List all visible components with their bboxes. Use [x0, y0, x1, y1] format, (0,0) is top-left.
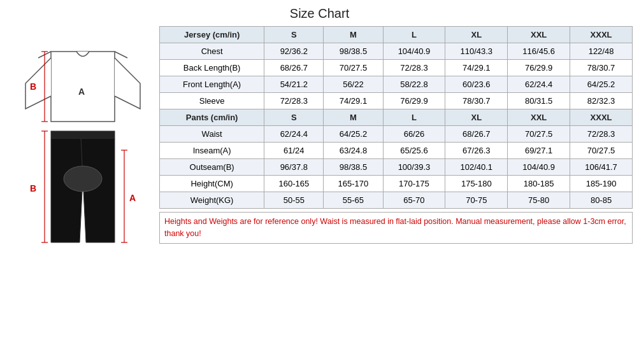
row-label: Weight(KG)	[160, 192, 264, 209]
row-label: Waist	[160, 126, 264, 143]
row-label: Front Length(A)	[160, 76, 264, 93]
row-label: Height(CM)	[160, 176, 264, 192]
diagram-svg: B A B A	[16, 26, 150, 306]
jersey-col-xl: XL	[445, 27, 508, 43]
table-row: Weight(KG) 50-55 55-65 65-70 70-75 75-80…	[160, 192, 633, 209]
svg-text:A: A	[129, 193, 136, 203]
svg-rect-8	[51, 131, 115, 139]
jersey-col-l: L	[383, 27, 445, 43]
row-label: Back Length(B)	[160, 60, 264, 76]
size-note: Heights and Weights are for reference on…	[159, 212, 633, 244]
pants-col-label: Pants (cm/in)	[160, 109, 264, 126]
jersey-col-label: Jersey (cm/in)	[160, 27, 264, 43]
pants-header-row: Pants (cm/in) S M L XL XXL XXXL	[160, 109, 633, 126]
jersey-col-s: S	[264, 27, 324, 43]
svg-text:B: B	[30, 81, 36, 92]
size-table: Jersey (cm/in) S M L XL XXL XXXL Chest 9…	[159, 26, 633, 209]
table-row: Waist 62/24.4 64/25.2 66/26 68/26.7 70/2…	[160, 126, 633, 143]
page-container: Size Chart B	[0, 0, 639, 364]
row-label: Inseam(A)	[160, 143, 264, 159]
row-label: Outseam(B)	[160, 159, 264, 176]
table-row: Front Length(A) 54/21.2 56/22 58/22.8 60…	[160, 76, 633, 93]
jersey-col-xxxl: XXXL	[570, 27, 633, 43]
row-label: Chest	[160, 43, 264, 60]
svg-text:B: B	[30, 183, 36, 193]
page-title: Size Chart	[290, 6, 349, 21]
content-row: B A B A	[6, 26, 633, 306]
jersey-header-row: Jersey (cm/in) S M L XL XXL XXXL	[160, 27, 633, 43]
table-row: Outseam(B) 96/37.8 98/38.5 100/39.3 102/…	[160, 159, 633, 176]
table-row: Sleeve 72/28.3 74/29.1 76/29.9 78/30.7 8…	[160, 93, 633, 109]
table-row: Chest 92/36.2 98/38.5 104/40.9 110/43.3 …	[160, 43, 633, 60]
table-row: Inseam(A) 61/24 63/24.8 65/25.6 67/26.3 …	[160, 143, 633, 159]
svg-line-2	[115, 52, 127, 58]
row-label: Sleeve	[160, 93, 264, 109]
size-diagram: B A B A	[6, 26, 159, 306]
table-row: Back Length(B) 68/26.7 70/27.5 72/28.3 7…	[160, 60, 633, 76]
jersey-col-m: M	[324, 27, 383, 43]
svg-point-9	[64, 166, 102, 192]
table-area: Jersey (cm/in) S M L XL XXL XXXL Chest 9…	[159, 26, 633, 244]
svg-text:A: A	[78, 87, 85, 97]
table-row: Height(CM) 160-165 165-170 170-175 175-1…	[160, 176, 633, 192]
jersey-col-xxl: XXL	[508, 27, 570, 43]
